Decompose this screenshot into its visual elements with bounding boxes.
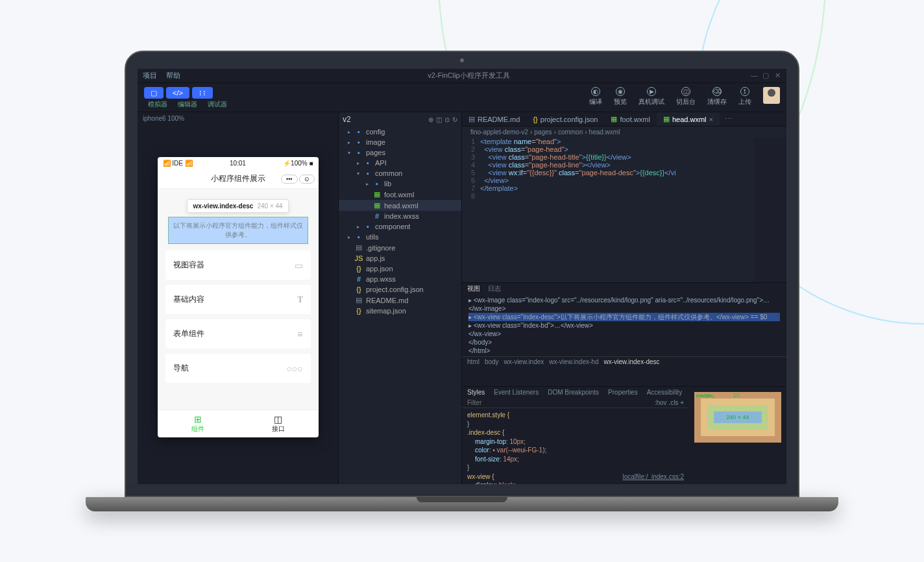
editor-tab[interactable]: ▦ head.wxml × [657,112,720,126]
styles-tab[interactable]: DOM Breakpoints [548,389,599,396]
new-folder-icon[interactable]: ◫ [436,116,442,123]
dom-tab-log[interactable]: 日志 [488,284,501,293]
crumb[interactable]: pages [534,128,552,136]
locate-icon[interactable]: ⊙ [444,116,450,123]
pill-editor[interactable]: </> [166,87,189,99]
styles-filter-input[interactable] [467,399,655,406]
tree-node[interactable]: ▦foot.wxml [339,189,461,200]
win-min-icon[interactable]: — [751,71,758,79]
styles-tab[interactable]: Accessibility [647,389,682,396]
styles-tab[interactable]: Properties [608,389,638,396]
file-icon: ▪ [372,180,382,188]
tree-node[interactable]: JSapp.js [339,253,461,263]
editor-tab[interactable]: ▦ foot.wxml [604,112,656,126]
dom-node[interactable]: ▸ <wx-image class="index-logo" src="../r… [468,296,780,313]
tree-node[interactable]: ▾▪pages [339,147,461,158]
file-link[interactable]: localfile:/_index.css:2 [623,472,685,482]
capsule-menu[interactable]: ••• [281,175,297,184]
box-model[interactable]: margin 10 border padding 240 × 44 [689,387,786,484]
file-icon: {} [354,307,363,315]
btn-compile[interactable]: ◐编译 [589,87,602,106]
inspect-tooltip: wx-view.index-desc 240 × 44 [187,199,288,213]
bottom-tab[interactable]: ⊞组件 [158,410,238,437]
status-battery: ⚡100% ■ [283,160,313,167]
dom-panel: 视图 日志 ▸ <wx-image class="index-logo" src… [462,282,786,386]
camera-dot [460,58,464,62]
status-time: 10:01 [230,160,246,167]
crumb[interactable]: head.wxml [589,128,620,136]
btn-remote-debug[interactable]: ▶真机调试 [638,87,664,106]
tree-node[interactable]: #index.wxss [339,211,461,221]
tree-node[interactable]: {}app.json [339,263,461,274]
device-info[interactable]: iphone6 100% [138,112,338,125]
dom-node[interactable]: </body> [468,338,780,347]
dom-tab-view[interactable]: 视图 [467,284,480,293]
dom-crumb[interactable]: body [485,358,499,365]
editor-tab[interactable]: ▤ README.md [462,112,526,126]
item-icon: ▭ [295,260,303,271]
dom-node[interactable]: </wx-view> [468,330,780,338]
file-icon: ▪ [354,149,363,156]
tree-node[interactable]: ▸▪API [339,158,461,168]
file-icon: # [372,212,382,220]
list-item[interactable]: 视图容器▭ [165,250,311,280]
capsule-close[interactable]: ⊙ [299,175,315,184]
dom-crumb[interactable]: wx-view.index [504,358,544,365]
pill-simulator[interactable]: ▢ [144,87,164,99]
win-close-icon[interactable]: ✕ [774,71,781,80]
list-item[interactable]: 导航○○○ [165,354,311,383]
minimap[interactable] [754,138,786,282]
code-editor[interactable]: 1<template name="head">2 <view class="pa… [462,138,786,282]
tree-node[interactable]: ▦head.wxml [339,200,461,211]
menubar: 项目 帮助 v2-FinClip小程序开发工具 — ▢ ✕ [138,69,786,83]
tab-more[interactable]: ⋯ [720,112,737,126]
file-icon: ▪ [354,138,363,146]
highlighted-element[interactable]: 以下将展示小程序官方组件能力，组件样式仅供参考。 [168,217,308,244]
close-icon[interactable]: × [709,116,712,123]
tree-node[interactable]: #app.wxss [339,274,461,284]
pill-debugger[interactable]: ⫶⫶ [192,87,213,99]
refresh-icon[interactable]: ↻ [452,116,457,123]
list-item[interactable]: 基础内容𝐓 [165,285,311,314]
bottom-tab[interactable]: ◫接口 [238,410,319,437]
pill-label: 调试器 [204,100,231,109]
item-icon: 𝐓 [297,294,303,305]
dom-crumb[interactable]: wx-view.index-desc [603,358,659,365]
dom-node[interactable]: ▸ <wx-view class="index-desc">以下将展示小程序官方… [468,313,780,321]
btn-preview[interactable]: ◉预览 [614,87,627,106]
menu-help[interactable]: 帮助 [166,71,180,80]
file-icon: ▦ [372,190,382,199]
styles-panel: StylesEvent ListenersDOM BreakpointsProp… [462,386,786,484]
list-item[interactable]: 表单组件≡ [165,319,311,348]
tree-node[interactable]: {}project.config.json [339,284,461,295]
tree-node[interactable]: ▸▪component [339,221,461,232]
btn-background[interactable]: ◫切后台 [676,87,696,106]
styles-tab[interactable]: Styles [467,389,485,396]
tree-node[interactable]: ▾▪common [339,168,461,178]
tree-node[interactable]: ▤.gitignore [339,242,461,253]
crumb[interactable]: fino-applet-demo-v2 [470,128,528,136]
crumb[interactable]: common [558,128,583,136]
avatar[interactable] [763,87,780,104]
tree-node[interactable]: ▸▪utils [339,232,461,242]
project-root[interactable]: v2 [343,115,351,124]
tree-node[interactable]: ▸▪image [339,137,461,147]
new-file-icon[interactable]: ⊕ [428,116,433,123]
item-icon: ≡ [297,329,302,339]
dom-node[interactable]: ▸ <wx-view class="index-bd">…</wx-view> [468,321,780,330]
styles-filter-actions[interactable]: :hov .cls + [655,399,684,406]
window-title: v2-FinClip小程序开发工具 [428,71,510,80]
styles-tab[interactable]: Event Listeners [494,389,539,396]
dom-crumb[interactable]: wx-view.index-hd [549,358,598,365]
tree-node[interactable]: ▸▪config [339,127,461,137]
dom-node[interactable]: </html> [468,347,780,355]
editor-tab[interactable]: {} project.config.json [526,112,604,126]
tree-node[interactable]: ▤README.md [339,295,461,306]
btn-upload[interactable]: ↥上传 [738,87,751,106]
win-max-icon[interactable]: ▢ [762,71,770,80]
dom-crumb[interactable]: html [467,358,480,365]
tree-node[interactable]: ▸▪lib [339,178,461,189]
btn-clear-cache[interactable]: ⌫清缓存 [707,87,727,106]
menu-project[interactable]: 项目 [143,71,157,80]
tree-node[interactable]: {}sitemap.json [339,306,461,316]
